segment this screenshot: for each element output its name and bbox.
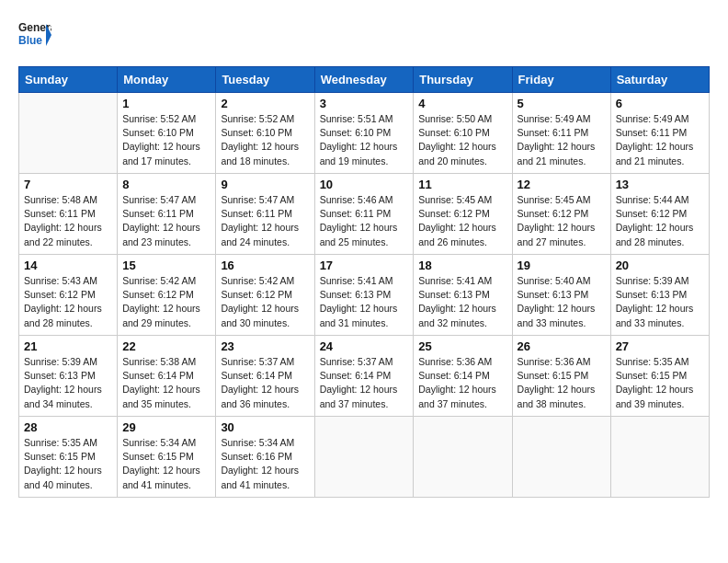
day-detail: Sunrise: 5:36 AM Sunset: 6:15 PM Dayligh… [518,355,606,411]
day-detail: Sunrise: 5:47 AM Sunset: 6:11 PM Dayligh… [221,193,309,249]
day-number: 18 [418,259,506,272]
day-number: 4 [418,97,506,110]
day-number: 29 [122,420,210,434]
day-cell-6: 6Sunrise: 5:49 AM Sunset: 6:11 PM Daylig… [610,93,709,174]
day-cell-14: 14Sunrise: 5:43 AM Sunset: 6:12 PM Dayli… [19,255,118,336]
day-cell-24: 24Sunrise: 5:37 AM Sunset: 6:14 PM Dayli… [314,336,414,417]
day-number: 22 [122,339,210,353]
day-cell-12: 12Sunrise: 5:45 AM Sunset: 6:12 PM Dayli… [512,174,610,255]
day-detail: Sunrise: 5:51 AM Sunset: 6:10 PM Dayligh… [320,112,409,168]
day-detail: Sunrise: 5:37 AM Sunset: 6:14 PM Dayligh… [221,355,309,411]
day-detail: Sunrise: 5:41 AM Sunset: 6:13 PM Dayligh… [418,274,506,330]
calendar-week-4: 21Sunrise: 5:39 AM Sunset: 6:13 PM Dayli… [19,336,710,417]
day-detail: Sunrise: 5:44 AM Sunset: 6:12 PM Dayligh… [616,193,704,249]
day-detail: Sunrise: 5:45 AM Sunset: 6:12 PM Dayligh… [418,193,506,249]
day-number: 23 [221,339,309,353]
day-detail: Sunrise: 5:49 AM Sunset: 6:11 PM Dayligh… [616,112,704,168]
calendar-table: SundayMondayTuesdayWednesdayThursdayFrid… [18,66,710,498]
day-detail: Sunrise: 5:41 AM Sunset: 6:13 PM Dayligh… [320,274,409,330]
day-cell-17: 17Sunrise: 5:41 AM Sunset: 6:13 PM Dayli… [314,255,414,336]
calendar-week-1: 1Sunrise: 5:52 AM Sunset: 6:10 PM Daylig… [19,93,710,174]
day-cell-11: 11Sunrise: 5:45 AM Sunset: 6:12 PM Dayli… [414,174,512,255]
weekday-header-sunday: Sunday [19,67,118,93]
day-detail: Sunrise: 5:35 AM Sunset: 6:15 PM Dayligh… [616,355,704,411]
calendar-header: SundayMondayTuesdayWednesdayThursdayFrid… [19,67,710,93]
day-number: 16 [221,259,309,272]
day-number: 10 [320,178,409,191]
day-detail: Sunrise: 5:38 AM Sunset: 6:14 PM Dayligh… [122,355,210,411]
day-number: 1 [122,97,210,110]
day-cell-28: 28Sunrise: 5:35 AM Sunset: 6:15 PM Dayli… [19,417,118,498]
weekday-header-friday: Friday [512,67,610,93]
day-detail: Sunrise: 5:34 AM Sunset: 6:16 PM Dayligh… [221,436,309,492]
day-cell-25: 25Sunrise: 5:36 AM Sunset: 6:14 PM Dayli… [414,336,512,417]
day-cell-4: 4Sunrise: 5:50 AM Sunset: 6:10 PM Daylig… [414,93,512,174]
day-detail: Sunrise: 5:52 AM Sunset: 6:10 PM Dayligh… [221,112,309,168]
day-cell-1: 1Sunrise: 5:52 AM Sunset: 6:10 PM Daylig… [118,93,216,174]
day-cell-15: 15Sunrise: 5:42 AM Sunset: 6:12 PM Dayli… [118,255,216,336]
weekday-header-tuesday: Tuesday [216,67,314,93]
day-detail: Sunrise: 5:46 AM Sunset: 6:11 PM Dayligh… [320,193,409,249]
day-number: 21 [24,339,112,353]
day-cell-29: 29Sunrise: 5:34 AM Sunset: 6:15 PM Dayli… [118,417,216,498]
day-cell-18: 18Sunrise: 5:41 AM Sunset: 6:13 PM Dayli… [414,255,512,336]
day-cell-3: 3Sunrise: 5:51 AM Sunset: 6:10 PM Daylig… [314,93,414,174]
day-cell-30: 30Sunrise: 5:34 AM Sunset: 6:16 PM Dayli… [216,417,314,498]
weekday-header-wednesday: Wednesday [314,67,414,93]
weekday-header-thursday: Thursday [414,67,512,93]
day-cell-8: 8Sunrise: 5:47 AM Sunset: 6:11 PM Daylig… [118,174,216,255]
day-number: 19 [518,259,606,272]
day-number: 15 [122,259,210,272]
logo-icon: General Blue [18,18,51,52]
day-detail: Sunrise: 5:39 AM Sunset: 6:13 PM Dayligh… [24,355,112,411]
day-number: 5 [518,97,606,110]
page-header: General Blue [18,18,710,52]
svg-text:Blue: Blue [18,34,42,47]
day-number: 17 [320,259,409,272]
empty-cell [19,93,118,174]
day-number: 28 [24,420,112,434]
day-detail: Sunrise: 5:34 AM Sunset: 6:15 PM Dayligh… [122,436,210,492]
day-number: 27 [616,339,704,353]
day-cell-5: 5Sunrise: 5:49 AM Sunset: 6:11 PM Daylig… [512,93,610,174]
empty-cell [512,417,610,498]
day-detail: Sunrise: 5:39 AM Sunset: 6:13 PM Dayligh… [616,274,704,330]
empty-cell [610,417,709,498]
day-number: 12 [518,178,606,191]
day-number: 7 [24,178,112,191]
day-cell-13: 13Sunrise: 5:44 AM Sunset: 6:12 PM Dayli… [610,174,709,255]
empty-cell [314,417,414,498]
calendar-week-3: 14Sunrise: 5:43 AM Sunset: 6:12 PM Dayli… [19,255,710,336]
day-detail: Sunrise: 5:36 AM Sunset: 6:14 PM Dayligh… [418,355,506,411]
day-cell-26: 26Sunrise: 5:36 AM Sunset: 6:15 PM Dayli… [512,336,610,417]
calendar-week-5: 28Sunrise: 5:35 AM Sunset: 6:15 PM Dayli… [19,417,710,498]
day-detail: Sunrise: 5:50 AM Sunset: 6:10 PM Dayligh… [418,112,506,168]
calendar-week-2: 7Sunrise: 5:48 AM Sunset: 6:11 PM Daylig… [19,174,710,255]
day-number: 14 [24,259,112,272]
day-cell-2: 2Sunrise: 5:52 AM Sunset: 6:10 PM Daylig… [216,93,314,174]
day-detail: Sunrise: 5:48 AM Sunset: 6:11 PM Dayligh… [24,193,112,249]
day-number: 25 [418,339,506,353]
day-cell-23: 23Sunrise: 5:37 AM Sunset: 6:14 PM Dayli… [216,336,314,417]
day-number: 8 [122,178,210,191]
day-detail: Sunrise: 5:45 AM Sunset: 6:12 PM Dayligh… [518,193,606,249]
day-cell-7: 7Sunrise: 5:48 AM Sunset: 6:11 PM Daylig… [19,174,118,255]
weekday-header-saturday: Saturday [610,67,709,93]
day-number: 24 [320,339,409,353]
day-number: 11 [418,178,506,191]
day-number: 9 [221,178,309,191]
day-detail: Sunrise: 5:47 AM Sunset: 6:11 PM Dayligh… [122,193,210,249]
logo: General Blue [18,18,51,52]
day-cell-19: 19Sunrise: 5:40 AM Sunset: 6:13 PM Dayli… [512,255,610,336]
day-detail: Sunrise: 5:49 AM Sunset: 6:11 PM Dayligh… [518,112,606,168]
day-cell-16: 16Sunrise: 5:42 AM Sunset: 6:12 PM Dayli… [216,255,314,336]
day-cell-10: 10Sunrise: 5:46 AM Sunset: 6:11 PM Dayli… [314,174,414,255]
day-detail: Sunrise: 5:52 AM Sunset: 6:10 PM Dayligh… [122,112,210,168]
weekday-header-monday: Monday [118,67,216,93]
day-detail: Sunrise: 5:42 AM Sunset: 6:12 PM Dayligh… [221,274,309,330]
day-detail: Sunrise: 5:40 AM Sunset: 6:13 PM Dayligh… [518,274,606,330]
day-cell-22: 22Sunrise: 5:38 AM Sunset: 6:14 PM Dayli… [118,336,216,417]
day-number: 13 [616,178,704,191]
empty-cell [414,417,512,498]
day-detail: Sunrise: 5:37 AM Sunset: 6:14 PM Dayligh… [320,355,409,411]
